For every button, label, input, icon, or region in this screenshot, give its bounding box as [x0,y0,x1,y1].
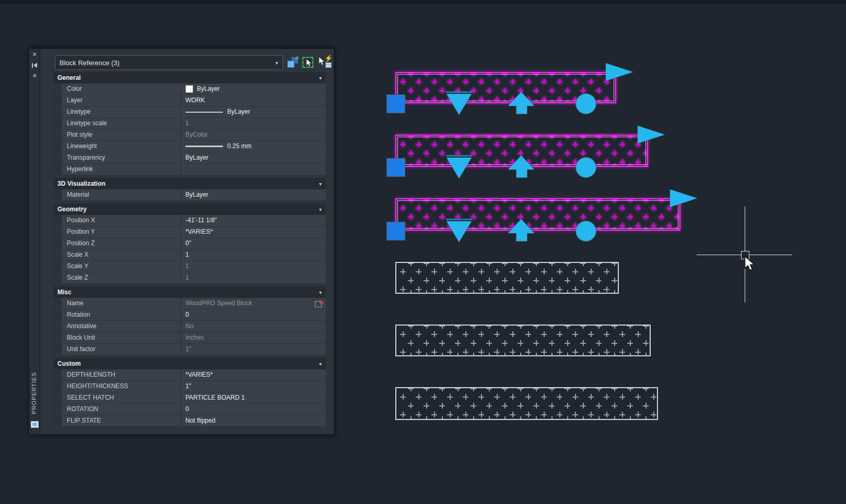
property-value-depth-length[interactable]: *VARIES* [181,369,326,380]
hatch-plus [533,326,539,329]
hatch-plus [408,263,414,266]
property-value-scale-y[interactable]: 1 [181,261,326,272]
hatch-plus [400,269,406,274]
grip-stretch-arrow-stem[interactable] [516,106,527,114]
hatch-plus [596,88,602,93]
section-header-custom[interactable]: Custom▾ [53,358,326,369]
color-swatch [185,85,193,93]
property-value-unit-factor[interactable]: 1" [181,344,326,355]
settings-icon[interactable]: ✳ [32,70,37,81]
property-value-lineweight[interactable]: 0.25 mm [181,141,326,152]
block-4[interactable] [395,262,619,294]
hatch-plus [588,331,594,337]
hatch-plus [486,403,492,409]
hatch-plus [439,150,445,156]
property-value-height-thickness[interactable]: 1" [181,381,326,392]
property-value-flip-state[interactable]: Not flipped [181,415,326,426]
hatch-plus [565,290,570,293]
auto-hide-icon[interactable] [32,60,37,70]
grip-flip-triangle[interactable] [446,158,472,178]
hatch-plus [549,340,555,346]
pickadd-toggle-icon[interactable]: + [286,55,299,69]
grip-stretch-arrow[interactable] [508,155,534,170]
hatch-plus [463,286,468,292]
hatch-plus [557,205,562,211]
block-5[interactable] [395,325,651,356]
property-value-rotation[interactable]: 0 [181,404,326,415]
hatch-plus [651,394,656,400]
property-value-linetype[interactable]: ByLayer [181,106,326,117]
chevron-down-icon[interactable]: ▾ [319,75,326,81]
property-value-block-unit[interactable]: Inches [181,332,326,343]
hatch-plus [494,141,500,147]
hatch-area [396,388,657,419]
grip-square[interactable] [386,222,405,241]
hatch-plus [416,97,421,102]
section-header-geometry[interactable]: Geometry▾ [53,203,326,215]
select-objects-icon[interactable] [302,55,315,69]
block-editor-icon[interactable]: ↻ [315,299,323,307]
chevron-down-icon[interactable]: ▾ [319,181,326,187]
section-header-misc[interactable]: Misc▾ [53,286,326,298]
hatch-plus [408,199,414,202]
selected-block-3[interactable] [395,198,680,231]
property-value-hyperlink[interactable] [181,164,326,175]
hatch-plus [549,150,555,156]
section-header-general[interactable]: General▾ [53,72,326,83]
property-value-annotative[interactable]: No [181,321,326,332]
property-value-plot-style[interactable]: ByColor [181,129,326,140]
property-value-position-z[interactable]: 0" [181,238,326,249]
property-value-position-y[interactable]: *VARIES* [181,226,326,237]
grip-flip-arrow-right[interactable] [638,126,665,143]
object-type-dropdown[interactable]: Block Reference (3) ▾ [55,55,283,70]
grip-circle[interactable] [575,157,596,178]
hatch-plus [533,199,539,202]
grip-flip-triangle[interactable] [446,221,472,242]
close-icon[interactable]: ✕ [32,49,37,60]
grip-flip-arrow-right[interactable] [670,189,697,207]
chevron-down-icon[interactable]: ▾ [319,207,326,212]
property-value-select-hatch[interactable]: PARTICLE BOARD 1 [181,392,326,403]
grip-stretch-arrow-stem[interactable] [516,170,527,178]
chevron-down-icon[interactable]: ▾ [271,60,283,66]
chevron-down-icon[interactable]: ▾ [319,290,326,295]
property-value-position-x[interactable]: -41'-11 1/8" [181,215,326,226]
hatch-plus [596,388,602,391]
section-title: General [53,74,319,81]
row-gutter [53,249,62,260]
hatch-plus [518,403,523,409]
grip-circle[interactable] [575,93,596,114]
property-value-layer[interactable]: WORK [181,95,326,106]
property-value-rotation[interactable]: 0 [181,309,326,320]
hatch-plus [455,263,461,266]
section-header-3d-visualization[interactable]: 3D Visualization▾ [53,178,326,189]
hatch-plus [400,79,406,85]
hatch-plus [596,163,602,166]
grip-stretch-arrow[interactable] [508,92,534,106]
chevron-down-icon[interactable]: ▾ [319,361,326,367]
hatch-plus [612,163,617,166]
property-value-scale-z[interactable]: 1 [181,272,326,283]
grip-square[interactable] [386,158,405,177]
hatch-plus [502,227,508,230]
property-label: Material [62,189,181,200]
property-value-scale-x[interactable]: 1 [181,249,326,260]
grip-flip-arrow-right[interactable] [606,63,633,81]
property-value-linetype-scale[interactable]: 1 [181,118,326,129]
hatch-plus [424,163,429,166]
hatch-plus [572,269,578,274]
property-value-name[interactable]: WoodPRO Speed Block↻ [181,298,326,309]
grip-stretch-arrow-stem[interactable] [516,233,527,242]
grip-stretch-arrow[interactable] [508,219,534,233]
grip-flip-triangle[interactable] [446,94,472,115]
hatch-plus [533,278,539,283]
property-value-material[interactable]: ByLayer [181,189,326,200]
hatch-plus [439,388,445,391]
hatch-plus [439,340,445,346]
property-value-color[interactable]: ByLayer [181,83,326,94]
grip-circle[interactable] [575,221,596,242]
block-6[interactable] [395,387,658,420]
quick-select-icon[interactable]: ⚡ [318,55,332,69]
grip-square[interactable] [386,94,405,113]
property-value-transparency[interactable]: ByLayer [181,152,326,163]
